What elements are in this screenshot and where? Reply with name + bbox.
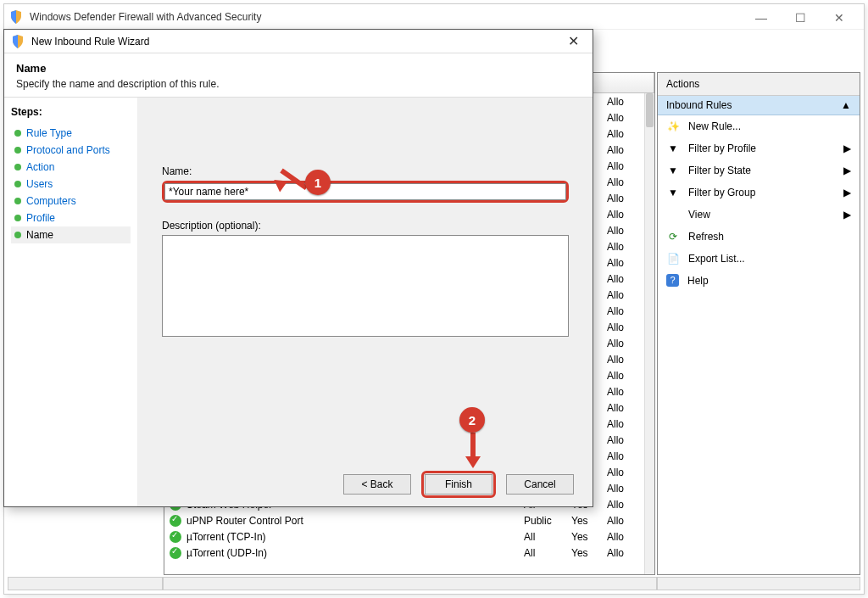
table-row[interactable]: µTorrent (TCP-In)AllYesAllo bbox=[164, 528, 644, 545]
bullet-icon bbox=[14, 164, 21, 170]
cancel-button[interactable]: Cancel bbox=[506, 474, 574, 495]
description-label: Description (optional): bbox=[162, 220, 569, 232]
wizard-heading: Name bbox=[16, 62, 581, 75]
action-help[interactable]: ? Help bbox=[658, 270, 860, 291]
step-rule-type[interactable]: Rule Type bbox=[11, 125, 131, 142]
blank-icon bbox=[666, 208, 680, 221]
minimize-button[interactable]: — bbox=[742, 4, 781, 30]
bullet-icon bbox=[14, 198, 21, 204]
help-icon: ? bbox=[666, 274, 679, 287]
wizard-content: Name: Description (optional): < Back Fin… bbox=[138, 98, 593, 506]
main-titlebar: Windows Defender Firewall with Advanced … bbox=[4, 4, 864, 30]
step-protocol-ports[interactable]: Protocol and Ports bbox=[11, 142, 131, 159]
wizard-steps-panel: Steps: Rule Type Protocol and Ports Acti… bbox=[4, 98, 138, 506]
wizard-header: Name Specify the name and description of… bbox=[4, 53, 593, 98]
actions-pane: Actions Inbound Rules ▲ ✨ New Rule... ▼ … bbox=[657, 72, 860, 575]
bottom-scrollbar[interactable] bbox=[8, 577, 860, 590]
action-new-rule[interactable]: ✨ New Rule... bbox=[658, 115, 860, 137]
bullet-icon bbox=[14, 181, 21, 187]
filter-icon: ▼ bbox=[666, 142, 680, 155]
step-action[interactable]: Action bbox=[11, 159, 131, 176]
actions-header: Actions bbox=[658, 73, 860, 96]
new-rule-icon: ✨ bbox=[666, 120, 680, 133]
wizard-close-button[interactable]: ✕ bbox=[560, 33, 586, 49]
name-field-highlight bbox=[162, 181, 569, 203]
action-filter-profile[interactable]: ▼ Filter by Profile ▶ bbox=[658, 137, 860, 159]
wizard-dialog: New Inbound Rule Wizard ✕ Name Specify t… bbox=[3, 29, 593, 507]
export-icon: 📄 bbox=[666, 252, 680, 265]
collapse-icon[interactable]: ▲ bbox=[841, 99, 851, 111]
table-row[interactable]: uPNP Router Control PortPublicYesAllo bbox=[164, 512, 644, 528]
shield-icon bbox=[9, 10, 23, 24]
wizard-titlebar: New Inbound Rule Wizard ✕ bbox=[4, 30, 593, 53]
shield-icon bbox=[11, 35, 25, 48]
name-label: Name: bbox=[162, 165, 569, 177]
step-name[interactable]: Name bbox=[11, 226, 131, 243]
actions-section-inbound[interactable]: Inbound Rules ▲ bbox=[658, 96, 860, 115]
annotation-badge-1: 1 bbox=[305, 170, 331, 195]
scrollbar-thumb[interactable] bbox=[646, 93, 654, 127]
steps-label: Steps: bbox=[11, 106, 131, 118]
submenu-arrow-icon: ▶ bbox=[843, 143, 851, 154]
finish-button-highlight: Finish bbox=[421, 471, 496, 498]
allow-icon bbox=[170, 531, 181, 543]
step-profile[interactable]: Profile bbox=[11, 210, 131, 226]
finish-button[interactable]: Finish bbox=[425, 474, 492, 495]
step-users[interactable]: Users bbox=[11, 176, 131, 193]
actions-section-label: Inbound Rules bbox=[666, 99, 732, 111]
allow-icon bbox=[170, 515, 181, 527]
action-filter-group[interactable]: ▼ Filter by Group ▶ bbox=[658, 182, 860, 204]
maximize-button[interactable]: ☐ bbox=[781, 4, 820, 30]
bullet-icon bbox=[14, 215, 21, 221]
submenu-arrow-icon: ▶ bbox=[843, 187, 851, 198]
wizard-title: New Inbound Rule Wizard bbox=[31, 36, 560, 48]
refresh-icon: ⟳ bbox=[666, 230, 680, 243]
description-input[interactable] bbox=[162, 235, 569, 337]
bottom-scroll-seg-left[interactable] bbox=[8, 577, 163, 590]
close-button[interactable]: ✕ bbox=[820, 4, 859, 30]
bottom-scroll-seg-mid[interactable] bbox=[163, 577, 657, 590]
action-export[interactable]: 📄 Export List... bbox=[658, 248, 860, 270]
table-row[interactable]: µTorrent (UDP-In)AllYesAllo bbox=[164, 545, 644, 561]
filter-icon: ▼ bbox=[666, 186, 680, 199]
action-view[interactable]: View ▶ bbox=[658, 204, 860, 226]
allow-icon bbox=[170, 547, 181, 559]
back-button[interactable]: < Back bbox=[343, 474, 411, 495]
filter-icon: ▼ bbox=[666, 164, 680, 177]
submenu-arrow-icon: ▶ bbox=[843, 209, 851, 221]
action-filter-state[interactable]: ▼ Filter by State ▶ bbox=[658, 159, 860, 182]
wizard-subheading: Specify the name and description of this… bbox=[16, 78, 581, 90]
submenu-arrow-icon: ▶ bbox=[843, 165, 851, 176]
bullet-icon bbox=[14, 130, 21, 137]
bullet-icon bbox=[14, 232, 21, 238]
name-input[interactable] bbox=[164, 183, 566, 200]
rules-scrollbar[interactable] bbox=[644, 93, 654, 574]
bullet-icon bbox=[14, 147, 21, 154]
main-title: Windows Defender Firewall with Advanced … bbox=[30, 11, 742, 23]
annotation-arrow-2 bbox=[465, 433, 481, 470]
annotation-badge-2: 2 bbox=[459, 407, 485, 433]
step-computers[interactable]: Computers bbox=[11, 193, 131, 210]
bottom-scroll-seg-right[interactable] bbox=[657, 577, 860, 590]
action-refresh[interactable]: ⟳ Refresh bbox=[658, 226, 860, 248]
